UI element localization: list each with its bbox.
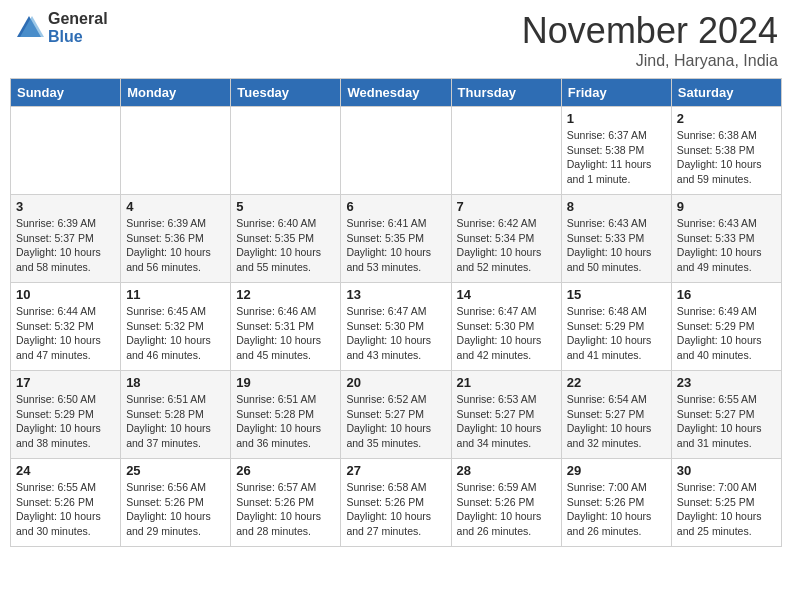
day-info: Sunrise: 7:00 AM Sunset: 5:25 PM Dayligh…	[677, 480, 776, 539]
location: Jind, Haryana, India	[522, 52, 778, 70]
calendar-day-cell: 28Sunrise: 6:59 AM Sunset: 5:26 PM Dayli…	[451, 459, 561, 547]
day-number: 11	[126, 287, 225, 302]
logo: General Blue	[14, 10, 108, 45]
month-title: November 2024	[522, 10, 778, 52]
calendar-week-row: 24Sunrise: 6:55 AM Sunset: 5:26 PM Dayli…	[11, 459, 782, 547]
day-number: 14	[457, 287, 556, 302]
calendar-day-cell: 30Sunrise: 7:00 AM Sunset: 5:25 PM Dayli…	[671, 459, 781, 547]
calendar-day-cell: 1Sunrise: 6:37 AM Sunset: 5:38 PM Daylig…	[561, 107, 671, 195]
day-info: Sunrise: 6:37 AM Sunset: 5:38 PM Dayligh…	[567, 128, 666, 187]
day-number: 3	[16, 199, 115, 214]
day-number: 21	[457, 375, 556, 390]
day-info: Sunrise: 6:41 AM Sunset: 5:35 PM Dayligh…	[346, 216, 445, 275]
weekday-header-cell: Thursday	[451, 79, 561, 107]
day-number: 6	[346, 199, 445, 214]
calendar-day-cell: 20Sunrise: 6:52 AM Sunset: 5:27 PM Dayli…	[341, 371, 451, 459]
day-info: Sunrise: 6:58 AM Sunset: 5:26 PM Dayligh…	[346, 480, 445, 539]
calendar-table: SundayMondayTuesdayWednesdayThursdayFrid…	[10, 78, 782, 547]
calendar-day-cell: 7Sunrise: 6:42 AM Sunset: 5:34 PM Daylig…	[451, 195, 561, 283]
calendar-day-cell: 12Sunrise: 6:46 AM Sunset: 5:31 PM Dayli…	[231, 283, 341, 371]
day-info: Sunrise: 6:45 AM Sunset: 5:32 PM Dayligh…	[126, 304, 225, 363]
day-info: Sunrise: 6:52 AM Sunset: 5:27 PM Dayligh…	[346, 392, 445, 451]
calendar-day-cell: 21Sunrise: 6:53 AM Sunset: 5:27 PM Dayli…	[451, 371, 561, 459]
logo-blue-text: Blue	[48, 28, 108, 46]
calendar-day-cell: 26Sunrise: 6:57 AM Sunset: 5:26 PM Dayli…	[231, 459, 341, 547]
calendar-week-row: 10Sunrise: 6:44 AM Sunset: 5:32 PM Dayli…	[11, 283, 782, 371]
day-number: 25	[126, 463, 225, 478]
calendar-week-row: 1Sunrise: 6:37 AM Sunset: 5:38 PM Daylig…	[11, 107, 782, 195]
calendar-day-cell	[451, 107, 561, 195]
day-info: Sunrise: 6:40 AM Sunset: 5:35 PM Dayligh…	[236, 216, 335, 275]
calendar-day-cell: 2Sunrise: 6:38 AM Sunset: 5:38 PM Daylig…	[671, 107, 781, 195]
calendar-day-cell: 24Sunrise: 6:55 AM Sunset: 5:26 PM Dayli…	[11, 459, 121, 547]
day-info: Sunrise: 6:43 AM Sunset: 5:33 PM Dayligh…	[677, 216, 776, 275]
day-number: 9	[677, 199, 776, 214]
calendar-day-cell: 10Sunrise: 6:44 AM Sunset: 5:32 PM Dayli…	[11, 283, 121, 371]
day-number: 29	[567, 463, 666, 478]
day-number: 17	[16, 375, 115, 390]
day-info: Sunrise: 7:00 AM Sunset: 5:26 PM Dayligh…	[567, 480, 666, 539]
day-info: Sunrise: 6:49 AM Sunset: 5:29 PM Dayligh…	[677, 304, 776, 363]
day-number: 13	[346, 287, 445, 302]
calendar-day-cell	[231, 107, 341, 195]
day-info: Sunrise: 6:44 AM Sunset: 5:32 PM Dayligh…	[16, 304, 115, 363]
day-number: 12	[236, 287, 335, 302]
calendar-day-cell: 25Sunrise: 6:56 AM Sunset: 5:26 PM Dayli…	[121, 459, 231, 547]
day-number: 5	[236, 199, 335, 214]
day-info: Sunrise: 6:48 AM Sunset: 5:29 PM Dayligh…	[567, 304, 666, 363]
day-number: 20	[346, 375, 445, 390]
day-number: 18	[126, 375, 225, 390]
weekday-header-cell: Saturday	[671, 79, 781, 107]
day-info: Sunrise: 6:39 AM Sunset: 5:37 PM Dayligh…	[16, 216, 115, 275]
day-info: Sunrise: 6:47 AM Sunset: 5:30 PM Dayligh…	[457, 304, 556, 363]
calendar-day-cell: 11Sunrise: 6:45 AM Sunset: 5:32 PM Dayli…	[121, 283, 231, 371]
day-number: 26	[236, 463, 335, 478]
day-info: Sunrise: 6:51 AM Sunset: 5:28 PM Dayligh…	[236, 392, 335, 451]
day-info: Sunrise: 6:51 AM Sunset: 5:28 PM Dayligh…	[126, 392, 225, 451]
calendar-body: 1Sunrise: 6:37 AM Sunset: 5:38 PM Daylig…	[11, 107, 782, 547]
calendar-day-cell: 18Sunrise: 6:51 AM Sunset: 5:28 PM Dayli…	[121, 371, 231, 459]
calendar-day-cell	[11, 107, 121, 195]
day-info: Sunrise: 6:39 AM Sunset: 5:36 PM Dayligh…	[126, 216, 225, 275]
calendar-day-cell: 3Sunrise: 6:39 AM Sunset: 5:37 PM Daylig…	[11, 195, 121, 283]
calendar-day-cell	[121, 107, 231, 195]
weekday-header-cell: Friday	[561, 79, 671, 107]
day-info: Sunrise: 6:50 AM Sunset: 5:29 PM Dayligh…	[16, 392, 115, 451]
day-number: 30	[677, 463, 776, 478]
weekday-header-cell: Monday	[121, 79, 231, 107]
day-info: Sunrise: 6:54 AM Sunset: 5:27 PM Dayligh…	[567, 392, 666, 451]
weekday-header-cell: Wednesday	[341, 79, 451, 107]
day-number: 1	[567, 111, 666, 126]
calendar-day-cell: 6Sunrise: 6:41 AM Sunset: 5:35 PM Daylig…	[341, 195, 451, 283]
page-header: General Blue November 2024 Jind, Haryana…	[10, 10, 782, 70]
day-info: Sunrise: 6:55 AM Sunset: 5:27 PM Dayligh…	[677, 392, 776, 451]
title-area: November 2024 Jind, Haryana, India	[522, 10, 778, 70]
calendar-day-cell: 5Sunrise: 6:40 AM Sunset: 5:35 PM Daylig…	[231, 195, 341, 283]
logo-icon	[14, 13, 44, 43]
calendar-week-row: 17Sunrise: 6:50 AM Sunset: 5:29 PM Dayli…	[11, 371, 782, 459]
weekday-header-row: SundayMondayTuesdayWednesdayThursdayFrid…	[11, 79, 782, 107]
day-info: Sunrise: 6:59 AM Sunset: 5:26 PM Dayligh…	[457, 480, 556, 539]
day-info: Sunrise: 6:53 AM Sunset: 5:27 PM Dayligh…	[457, 392, 556, 451]
calendar-day-cell: 14Sunrise: 6:47 AM Sunset: 5:30 PM Dayli…	[451, 283, 561, 371]
calendar-day-cell: 16Sunrise: 6:49 AM Sunset: 5:29 PM Dayli…	[671, 283, 781, 371]
day-info: Sunrise: 6:43 AM Sunset: 5:33 PM Dayligh…	[567, 216, 666, 275]
day-info: Sunrise: 6:57 AM Sunset: 5:26 PM Dayligh…	[236, 480, 335, 539]
day-info: Sunrise: 6:46 AM Sunset: 5:31 PM Dayligh…	[236, 304, 335, 363]
calendar-week-row: 3Sunrise: 6:39 AM Sunset: 5:37 PM Daylig…	[11, 195, 782, 283]
weekday-header-cell: Tuesday	[231, 79, 341, 107]
calendar-day-cell	[341, 107, 451, 195]
day-number: 10	[16, 287, 115, 302]
logo-general-text: General	[48, 10, 108, 28]
day-info: Sunrise: 6:56 AM Sunset: 5:26 PM Dayligh…	[126, 480, 225, 539]
day-number: 2	[677, 111, 776, 126]
day-number: 7	[457, 199, 556, 214]
calendar-day-cell: 22Sunrise: 6:54 AM Sunset: 5:27 PM Dayli…	[561, 371, 671, 459]
day-number: 8	[567, 199, 666, 214]
day-number: 19	[236, 375, 335, 390]
day-info: Sunrise: 6:38 AM Sunset: 5:38 PM Dayligh…	[677, 128, 776, 187]
day-number: 4	[126, 199, 225, 214]
calendar-day-cell: 17Sunrise: 6:50 AM Sunset: 5:29 PM Dayli…	[11, 371, 121, 459]
calendar-day-cell: 23Sunrise: 6:55 AM Sunset: 5:27 PM Dayli…	[671, 371, 781, 459]
day-number: 16	[677, 287, 776, 302]
